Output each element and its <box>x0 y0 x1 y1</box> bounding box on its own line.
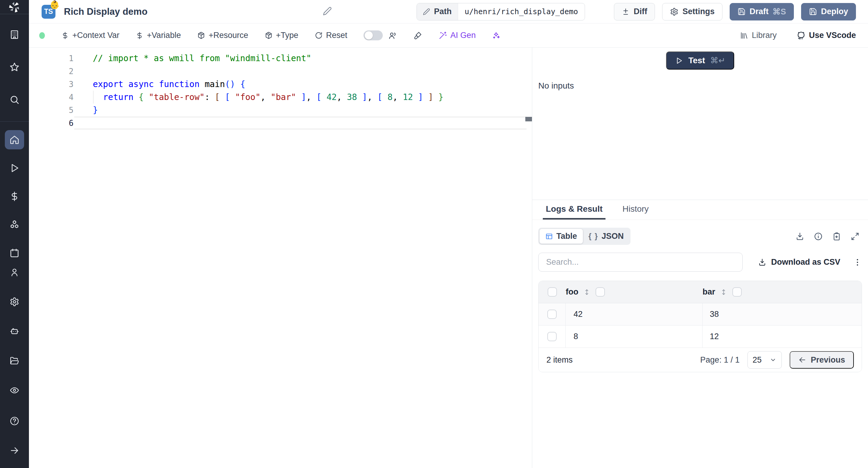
sidebar-item-runs[interactable] <box>5 158 24 178</box>
table-row[interactable]: 812 <box>538 326 862 348</box>
brush-icon <box>413 31 422 40</box>
draft-button[interactable]: Draft ⌘S <box>730 3 794 21</box>
view-json-button[interactable]: { } JSON <box>583 229 629 244</box>
row-checkbox[interactable] <box>547 310 557 319</box>
download-csv-label: Download as CSV <box>771 258 840 267</box>
code-line[interactable]: 1// import * as wmill from "windmill-cli… <box>29 52 532 65</box>
windmill-logo[interactable] <box>0 0 29 14</box>
deploy-button[interactable]: Deploy <box>801 3 856 21</box>
arrow-right-icon <box>10 446 19 455</box>
add-variable-label: +Variable <box>147 31 181 40</box>
draft-shortcut: ⌘S <box>772 7 786 16</box>
sidebar-item-variables[interactable] <box>5 187 24 206</box>
result-info-button[interactable] <box>814 232 823 241</box>
filter-bar-checkbox[interactable] <box>733 287 742 297</box>
library-button[interactable]: Library <box>740 31 777 40</box>
filter-foo-checkbox[interactable] <box>595 287 605 297</box>
add-type-button[interactable]: +Type <box>265 31 299 40</box>
sort-foo-button[interactable] <box>583 288 591 296</box>
use-vscode-button[interactable]: Use VScode <box>797 31 856 40</box>
table-menu-button[interactable] <box>853 258 862 267</box>
diff-label: Diff <box>633 7 647 16</box>
sidebar-item-favorites[interactable] <box>5 58 24 77</box>
search-icon <box>9 95 20 105</box>
test-button[interactable]: Test ⌘↵ <box>666 52 734 70</box>
code-line[interactable]: 6 <box>29 116 532 130</box>
sidebar-item-workspace[interactable] <box>5 25 24 44</box>
refresh-icon <box>315 31 323 39</box>
sparkles-icon <box>492 31 500 40</box>
right-panel: Test ⌘↵ No inputs Logs & Result History <box>532 47 868 468</box>
sidebar-item-help[interactable] <box>5 411 24 431</box>
sort-icon <box>583 288 591 296</box>
copy-result-button[interactable] <box>832 232 841 241</box>
download-result-button[interactable] <box>795 232 804 241</box>
format-button[interactable] <box>413 31 422 40</box>
maximize-icon <box>850 232 860 241</box>
save-icon <box>738 7 746 16</box>
boxes-icon <box>9 220 20 230</box>
view-table-button[interactable]: Table <box>539 229 583 244</box>
code-line[interactable]: 5} <box>29 104 532 116</box>
line-number: 1 <box>29 54 73 63</box>
add-variable-button[interactable]: +Variable <box>135 31 181 40</box>
edit-summary-button[interactable] <box>323 7 332 17</box>
kebab-icon <box>853 258 862 267</box>
robot-icon <box>10 327 19 336</box>
view-toggle: Table { } JSON <box>538 228 630 245</box>
ai-gen-button[interactable]: AI Gen <box>438 31 475 40</box>
windmill-logo-icon <box>7 0 22 14</box>
chevron-down-icon <box>770 356 777 364</box>
path-control[interactable]: Path u/henri/rich_display_demo <box>416 3 585 21</box>
sidebar-item-folders[interactable] <box>5 351 24 370</box>
reset-button[interactable]: Reset <box>315 31 347 40</box>
sidebar-expand[interactable] <box>5 441 24 460</box>
code-editor[interactable]: 1// import * as wmill from "windmill-cli… <box>29 47 532 468</box>
sidebar-item-home[interactable] <box>5 130 24 149</box>
users-icon <box>388 31 397 40</box>
no-inputs-text: No inputs <box>538 81 862 91</box>
diff-button[interactable]: Diff <box>614 3 655 21</box>
collab-toggle[interactable] <box>364 30 383 40</box>
code-lines: 1// import * as wmill from "windmill-cli… <box>29 52 532 130</box>
sidebar-bottom-nav <box>0 263 29 400</box>
sidebar-item-search[interactable] <box>5 90 24 109</box>
tab-history-label: History <box>622 204 649 214</box>
sidebar-item-settings[interactable] <box>5 292 24 311</box>
search-input[interactable] <box>538 253 743 272</box>
previous-page-button[interactable]: Previous <box>789 351 854 369</box>
tab-history[interactable]: History <box>619 200 652 220</box>
draft-label: Draft <box>749 7 769 16</box>
settings-button[interactable]: Settings <box>662 3 722 21</box>
download-csv-button[interactable]: Download as CSV <box>758 258 840 267</box>
line-number: 5 <box>29 106 73 115</box>
sidebar-top-nav <box>0 25 29 109</box>
add-resource-button[interactable]: +Resource <box>197 31 248 40</box>
run-section: Test ⌘↵ No inputs <box>532 47 868 200</box>
code-text: export async function main() { <box>73 79 245 89</box>
package-icon <box>197 31 205 39</box>
ai-gen-label: AI Gen <box>450 31 475 40</box>
sidebar-item-audit[interactable] <box>5 381 24 400</box>
sidebar-item-resources[interactable] <box>5 215 24 234</box>
select-all-checkbox[interactable] <box>548 287 557 297</box>
code-line[interactable]: 3export async function main() { <box>29 78 532 91</box>
row-checkbox[interactable] <box>547 332 557 341</box>
sidebar-item-workers[interactable] <box>5 322 24 341</box>
page-size-select[interactable]: 25 <box>747 351 782 369</box>
sort-bar-button[interactable] <box>720 288 727 296</box>
package-icon <box>265 31 273 39</box>
table-row[interactable]: 4238 <box>538 303 862 326</box>
result-body: Table { } JSON <box>532 220 868 468</box>
sidebar-item-schedules[interactable] <box>5 243 24 263</box>
code-line[interactable]: 2 <box>29 65 532 78</box>
wand-icon <box>438 31 447 40</box>
column-header-foo: foo <box>566 287 578 297</box>
ai-assistant-button[interactable] <box>492 31 500 40</box>
tab-logs-result[interactable]: Logs & Result <box>543 200 606 220</box>
sidebar-item-user[interactable] <box>5 263 24 282</box>
add-context-var-button[interactable]: +Context Var <box>61 31 119 40</box>
code-line[interactable]: 4 return { "table-row": [ [ "foo", "bar"… <box>29 91 532 104</box>
line-number: 6 <box>29 119 73 128</box>
expand-result-button[interactable] <box>850 232 860 241</box>
